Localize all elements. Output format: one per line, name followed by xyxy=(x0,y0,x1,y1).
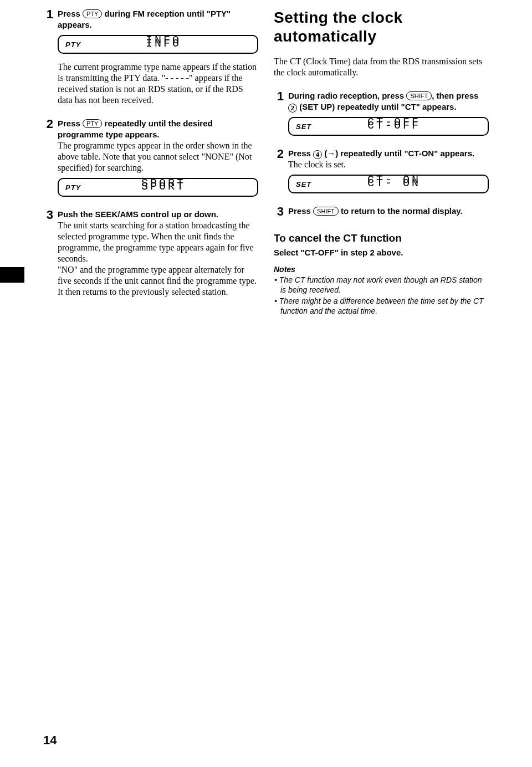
lcd-text: INFO xyxy=(146,41,181,47)
step-2-body: Press PTY repeatedly until the desired p… xyxy=(58,118,258,173)
pty-key-icon: PTY xyxy=(83,119,102,128)
right-column: Setting the clock automatically The CT (… xyxy=(274,8,489,317)
text: to return to the normal display. xyxy=(339,206,463,216)
step-2-body: Press 4 (→) repeatedly until "CT-ON" app… xyxy=(288,148,489,170)
display-indicator: SET xyxy=(296,122,335,131)
display-text: CT-OFF xyxy=(335,121,481,131)
step-3-instruction: Press SHIFT to return to the normal disp… xyxy=(288,206,489,217)
text: (SET UP) repeatedly until "CT" appears. xyxy=(297,102,457,111)
step-1-instruction: During radio reception, press SHIFT, the… xyxy=(288,90,489,113)
key-4-icon: 4 xyxy=(313,150,322,159)
step-3-body: Push the SEEK/AMS control up or down. Th… xyxy=(58,209,258,298)
step-1-instruction: Press PTY during FM reception until "PTY… xyxy=(58,8,258,30)
note-item: There might be a difference between the … xyxy=(280,296,489,316)
step-2-desc: The clock is set. xyxy=(288,159,489,170)
left-column: 1 Press PTY during FM reception until "P… xyxy=(43,8,258,317)
step-number: 2 xyxy=(43,118,53,130)
text: Press xyxy=(58,9,83,18)
display-indicator: PTY xyxy=(65,40,104,49)
step-3-instruction: Push the SEEK/AMS control up or down. xyxy=(58,209,258,220)
text: Press xyxy=(288,149,313,158)
cancel-body: Select "CT-OFF" in step 2 above. xyxy=(274,248,489,257)
key-2-icon: 2 xyxy=(288,104,297,113)
display-indicator: PTY xyxy=(65,183,104,192)
display-indicator: SET xyxy=(296,180,335,188)
text: (→) repeatedly until "CT-ON" appears. xyxy=(322,149,474,158)
step-2-desc: The programme types appear in the order … xyxy=(58,140,258,173)
right-step-2: 2 Press 4 (→) repeatedly until "CT-ON" a… xyxy=(274,148,489,170)
step-1-body: The current programme type name appears … xyxy=(58,62,258,106)
step-number: 3 xyxy=(43,209,53,221)
lcd-text: CT-OFF xyxy=(367,123,421,129)
shift-key-icon: SHIFT xyxy=(406,91,432,100)
lcd-display-cton: SET CT- ON xyxy=(288,175,489,193)
step-3-desc: The unit starts searching for a station … xyxy=(58,220,258,298)
pty-key-icon: PTY xyxy=(83,9,102,18)
lcd-display-info: PTY INFO xyxy=(58,35,258,54)
right-step-3: 3 Press SHIFT to return to the normal di… xyxy=(274,206,489,218)
left-step-1: 1 Press PTY during FM reception until "P… xyxy=(43,8,258,30)
step-2-instruction: Press PTY repeatedly until the desired p… xyxy=(58,118,258,140)
note-item: The CT function may not work even though… xyxy=(280,275,489,295)
text: Press xyxy=(288,206,313,216)
lcd-display-ctoff: SET CT-OFF xyxy=(288,117,489,136)
step-number: 1 xyxy=(43,8,53,21)
notes-list: The CT function may not work even though… xyxy=(274,275,489,316)
right-step-1: 1 During radio reception, press SHIFT, t… xyxy=(274,90,489,113)
text: , then press xyxy=(432,91,478,100)
cancel-heading: To cancel the CT function xyxy=(274,232,489,244)
step-2-instruction: Press 4 (→) repeatedly until "CT-ON" app… xyxy=(288,148,489,159)
display-text: CT- ON xyxy=(335,179,481,189)
step-number: 2 xyxy=(274,148,284,160)
step-number: 1 xyxy=(274,90,284,103)
lcd-display-sport: PTY SPORT xyxy=(58,178,258,197)
step-number: 3 xyxy=(274,206,284,218)
page-number: 14 xyxy=(43,733,57,748)
text: During radio reception, press xyxy=(288,91,406,100)
side-tab xyxy=(0,267,24,283)
lcd-text: CT- ON xyxy=(367,181,421,186)
left-step-2: 2 Press PTY repeatedly until the desired… xyxy=(43,118,258,173)
notes-heading: Notes xyxy=(274,265,489,274)
lcd-text: SPORT xyxy=(141,184,186,190)
section-title: Setting the clock automatically xyxy=(274,8,489,46)
shift-key-icon: SHIFT xyxy=(313,207,339,216)
left-step-3: 3 Push the SEEK/AMS control up or down. … xyxy=(43,209,258,298)
text: Press xyxy=(58,119,83,128)
section-intro: The CT (Clock Time) data from the RDS tr… xyxy=(274,56,489,78)
display-text: INFO xyxy=(104,39,250,49)
display-text: SPORT xyxy=(104,182,250,192)
